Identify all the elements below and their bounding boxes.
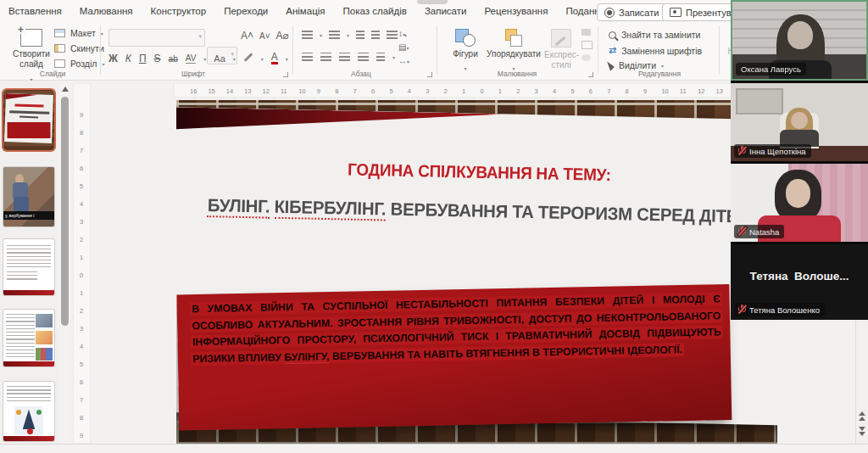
section-icon [54,59,65,68]
text-highlight-icon[interactable] [244,53,253,62]
font-dialog-launcher[interactable] [283,72,288,77]
layout-icon [54,29,65,37]
paragraph-dialog-launcher[interactable] [427,72,432,77]
quick-styles-button[interactable]: Експрес-стилі [544,29,578,70]
slide-canvas[interactable]: ГОДИНА СПІЛКУВАННЯ НА ТЕМУ: БУЛІНГ. КІБЕ… [176,100,777,445]
arrange-button[interactable]: Упорядкувати ▾ [487,29,541,74]
vruler-number: 4 [80,343,83,350]
shapes-button[interactable]: Фігури ▾ [448,29,483,74]
participant-tile-natasha[interactable]: Natasha [731,164,868,242]
thumbnail-slide-3[interactable] [3,239,54,295]
clear-formatting-button[interactable]: A⌀ [276,30,289,42]
find-replace-button[interactable]: Знайти та замінити [609,30,700,40]
hruler-number: 9 [643,87,647,95]
columns-icon[interactable] [376,53,385,61]
ribbon-tab-4[interactable]: Переходи [224,6,268,16]
vruler-number: 6 [80,378,83,386]
numbering-icon[interactable] [329,31,340,39]
shape-effects-icon[interactable] [581,54,591,61]
hruler-number: 1 [498,87,502,95]
change-case-button[interactable]: Aa [214,53,225,64]
hruler-number: 3 [535,87,538,95]
thumbnail-slide-5[interactable] [3,382,54,441]
next-slide-button[interactable] [859,427,865,431]
vruler-number: 5 [80,361,83,368]
participant-tile-oksana[interactable]: Оксана Лаврусь [731,0,868,81]
previous-slide-button-arrow2 [859,417,865,421]
ribbon-tab-5[interactable]: Анімація [286,6,325,16]
vruler-number: 3 [80,325,83,333]
thumbnail-slide-2[interactable]: у, вербування і [3,167,54,226]
scrollbar-thumb[interactable] [61,97,69,326]
increase-indent-icon[interactable] [371,31,380,39]
subscript-strike-button[interactable]: ab [169,54,178,64]
vruler-number: 2 [80,236,83,243]
hruler-number: 3 [426,87,429,95]
decrease-indent-icon[interactable] [356,31,364,39]
ribbon-tab-3[interactable]: Конструктор [151,6,207,16]
participant-tile-tetyana[interactable]: Тетяна Волоше... Тетяна Волошенко [731,244,868,320]
section-button[interactable]: Розділ▾ [54,59,104,69]
grow-font-button[interactable]: A˄ [241,30,253,42]
shrink-font-button[interactable]: A˅ [259,31,270,41]
previous-slide-button[interactable] [859,411,865,416]
arrange-label: Упорядкувати [487,49,541,59]
replace-fonts-button[interactable]: ⇄Замінення шрифтів [609,45,702,56]
ribbon-tab-1[interactable]: Вставлення [8,6,62,16]
ribbon-tab-6[interactable]: Показ слайдів [343,6,407,16]
subtitle-rest: ВЕРБУВАННЯ ТА ТЕРОРИЗМ СЕРЕД ДІТЕЙ [386,199,750,226]
ribbon-tab-8[interactable]: Рецензування [484,6,548,16]
align-left-icon[interactable] [302,53,313,61]
shapes-label: Фігури [448,49,483,59]
thumbnail-scrollbar[interactable] [59,83,70,444]
record-button[interactable]: Записати [597,3,666,21]
swap-fonts-icon: ⇄ [609,45,616,56]
align-right-icon[interactable] [339,53,350,61]
participant-tile-inna[interactable]: Інна Щепоткіна [731,83,868,161]
bullets-icon[interactable] [302,31,313,39]
hruler-number: 7 [607,87,610,95]
align-text-icon[interactable]: ▤▾ [398,42,409,52]
font-color-button[interactable]: А [271,53,278,64]
vruler-number: 1 [80,254,83,261]
character-spacing-button[interactable]: AV [186,53,197,64]
hruler-number: 11 [281,87,287,95]
bold-button[interactable]: Ж [108,53,118,64]
subtitle-word-cyberbullying: КІБЕРБУЛІНГ. [274,197,386,221]
hruler-number: 12 [698,87,704,95]
hruler-number: 0 [480,87,483,95]
drawing-group-label: Малювання [458,70,576,78]
font-name-combobox[interactable] [108,29,205,47]
hruler-number: 2 [444,87,448,95]
line-spacing-icon[interactable] [387,31,398,39]
thumbnail-slide-4[interactable] [3,310,54,366]
drawing-dialog-launcher[interactable] [588,72,593,77]
ribbon-tab-7[interactable]: Записати [425,6,467,16]
present-in-teams-button[interactable]: Презентувати в [662,3,740,21]
hruler-number: 2 [516,87,520,95]
align-center-icon[interactable] [320,53,331,61]
drawing-col3 [581,29,593,61]
layout-button[interactable]: Макет▾ [54,28,103,38]
vruler-number: 5 [80,182,83,190]
shape-outline-icon[interactable] [581,41,593,49]
hruler-number: 11 [680,87,687,95]
record-icon [604,8,615,18]
paragraph-row1: ▾ ▾ ▾ [302,31,407,39]
text-direction-icon[interactable]: ↕▾ [398,29,409,38]
justify-icon[interactable] [358,53,369,61]
smartart-convert-icon[interactable]: ↔▾ [398,56,409,65]
shape-fill-icon[interactable] [581,29,591,36]
new-slide-icon [20,29,42,47]
reset-button[interactable]: Скинути [54,43,104,53]
thumbnail-slide-1[interactable] [3,90,54,150]
scroll-up-arrow[interactable] [62,87,69,92]
strikethrough-button[interactable]: S [154,53,161,64]
window-chrome-fragment [417,0,448,4]
vruler-number: 3 [80,218,83,226]
vruler-number: 8 [80,414,83,422]
ribbon-tab-2[interactable]: Малювання [80,6,133,16]
underline-button[interactable]: П [139,53,147,64]
hruler-number: 16 [190,87,197,95]
italic-button[interactable]: К [125,53,131,64]
